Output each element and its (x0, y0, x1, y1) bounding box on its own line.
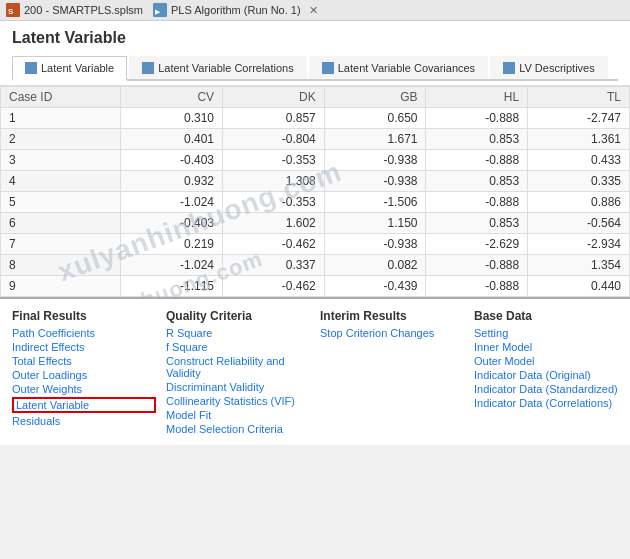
cell-r7-c5: 1.354 (528, 255, 630, 276)
bottom-link-latent-variable[interactable]: Latent Variable (12, 397, 156, 413)
cell-r3-c2: 1.308 (223, 171, 325, 192)
cell-r0-c3: 0.650 (324, 108, 426, 129)
cell-r1-c3: 1.671 (324, 129, 426, 150)
title-text-2: PLS Algorithm (Run No. 1) (171, 4, 301, 16)
cell-r7-c1: -1.024 (121, 255, 223, 276)
cell-r1-c4: 0.853 (426, 129, 528, 150)
bottom-link-setting[interactable]: Setting (474, 327, 618, 339)
quality-criteria-col: Quality Criteria R Squaref SquareConstru… (166, 309, 310, 437)
title-bar-item-1: S 200 - SMARTPLS.splsm (6, 3, 143, 17)
title-text-1: 200 - SMARTPLS.splsm (24, 4, 143, 16)
page-header: Latent Variable Latent Variable Latent V… (0, 21, 630, 86)
bottom-link-inner-model[interactable]: Inner Model (474, 341, 618, 353)
cell-r4-c4: -0.888 (426, 192, 528, 213)
interim-results-col: Interim Results Stop Criterion Changes (320, 309, 464, 437)
bottom-link-f-square[interactable]: f Square (166, 341, 310, 353)
col-header-hl: HL (426, 87, 528, 108)
cell-r8-c2: -0.462 (223, 276, 325, 297)
cell-r0-c2: 0.857 (223, 108, 325, 129)
bottom-link-model-selection-criteria[interactable]: Model Selection Criteria (166, 423, 310, 435)
cell-r0-c0: 1 (1, 108, 121, 129)
cell-r2-c0: 3 (1, 150, 121, 171)
cell-r4-c0: 5 (1, 192, 121, 213)
bottom-link-model-fit[interactable]: Model Fit (166, 409, 310, 421)
bottom-link-r-square[interactable]: R Square (166, 327, 310, 339)
title-bar: S 200 - SMARTPLS.splsm ▶ PLS Algorithm (… (0, 0, 630, 21)
cell-r8-c3: -0.439 (324, 276, 426, 297)
tab-label-2: Latent Variable Covariances (338, 62, 475, 74)
bottom-link-indicator-data-(correlations)[interactable]: Indicator Data (Correlations) (474, 397, 618, 409)
cell-r5-c5: -0.564 (528, 213, 630, 234)
cell-r6-c2: -0.462 (223, 234, 325, 255)
final-results-header: Final Results (12, 309, 156, 323)
cell-r2-c1: -0.403 (121, 150, 223, 171)
bottom-link-construct-reliability-and-validity[interactable]: Construct Reliability and Validity (166, 355, 310, 379)
table-row: 10.3100.8570.650-0.888-2.747 (1, 108, 630, 129)
tab-latent-variable-correlations[interactable]: Latent Variable Correlations (129, 56, 307, 79)
col-header-tl: TL (528, 87, 630, 108)
cell-r0-c1: 0.310 (121, 108, 223, 129)
tabs-row: Latent Variable Latent Variable Correlat… (12, 53, 618, 81)
cell-r1-c5: 1.361 (528, 129, 630, 150)
cell-r5-c2: 1.602 (223, 213, 325, 234)
cell-r7-c3: 0.082 (324, 255, 426, 276)
cell-r3-c1: 0.932 (121, 171, 223, 192)
bottom-link-outer-model[interactable]: Outer Model (474, 355, 618, 367)
title-bar-item-2: ▶ PLS Algorithm (Run No. 1) ✕ (153, 3, 318, 17)
cell-r5-c1: -0.403 (121, 213, 223, 234)
bottom-link-indicator-data-(standardized)[interactable]: Indicator Data (Standardized) (474, 383, 618, 395)
cell-r6-c1: 0.219 (121, 234, 223, 255)
table-row: 5-1.024-0.353-1.506-0.8880.886 (1, 192, 630, 213)
bottom-link-outer-loadings[interactable]: Outer Loadings (12, 369, 156, 381)
cell-r3-c0: 4 (1, 171, 121, 192)
cell-r7-c4: -0.888 (426, 255, 528, 276)
cell-r7-c0: 8 (1, 255, 121, 276)
data-table: Case ID CV DK GB HL TL 10.3100.8570.650-… (0, 86, 630, 297)
col-header-cv: CV (121, 87, 223, 108)
bottom-link-indicator-data-(original)[interactable]: Indicator Data (Original) (474, 369, 618, 381)
tab-latent-variable[interactable]: Latent Variable (12, 56, 127, 81)
table-row: 20.401-0.8041.6710.8531.361 (1, 129, 630, 150)
cell-r3-c5: 0.335 (528, 171, 630, 192)
cell-r0-c5: -2.747 (528, 108, 630, 129)
pls-icon: ▶ (153, 3, 167, 17)
tab-icon-1 (142, 62, 154, 74)
tab-icon-3 (503, 62, 515, 74)
bottom-link-path-coefficients[interactable]: Path Coefficients (12, 327, 156, 339)
tab-latent-variable-covariances[interactable]: Latent Variable Covariances (309, 56, 488, 79)
bottom-link-total-effects[interactable]: Total Effects (12, 355, 156, 367)
table-row: 9-1.115-0.462-0.439-0.8880.440 (1, 276, 630, 297)
tab-label-0: Latent Variable (41, 62, 114, 74)
cell-r7-c2: 0.337 (223, 255, 325, 276)
cell-r5-c4: 0.853 (426, 213, 528, 234)
bottom-link-discriminant-validity[interactable]: Discriminant Validity (166, 381, 310, 393)
cell-r8-c4: -0.888 (426, 276, 528, 297)
svg-text:S: S (8, 7, 14, 16)
tab-label-3: LV Descriptives (519, 62, 595, 74)
bottom-link-outer-weights[interactable]: Outer Weights (12, 383, 156, 395)
cell-r2-c5: 0.433 (528, 150, 630, 171)
cell-r8-c1: -1.115 (121, 276, 223, 297)
cell-r4-c1: -1.024 (121, 192, 223, 213)
cell-r1-c2: -0.804 (223, 129, 325, 150)
cell-r5-c0: 6 (1, 213, 121, 234)
bottom-link-indirect-effects[interactable]: Indirect Effects (12, 341, 156, 353)
base-data-col: Base Data SettingInner ModelOuter ModelI… (474, 309, 618, 437)
bottom-link-stop-criterion-changes[interactable]: Stop Criterion Changes (320, 327, 464, 339)
tab-lv-descriptives[interactable]: LV Descriptives (490, 56, 608, 79)
cell-r3-c4: 0.853 (426, 171, 528, 192)
cell-r6-c4: -2.629 (426, 234, 528, 255)
bottom-link-residuals[interactable]: Residuals (12, 415, 156, 427)
col-header-gb: GB (324, 87, 426, 108)
table-header-row: Case ID CV DK GB HL TL (1, 87, 630, 108)
close-icon[interactable]: ✕ (309, 4, 318, 17)
cell-r1-c1: 0.401 (121, 129, 223, 150)
quality-criteria-header: Quality Criteria (166, 309, 310, 323)
base-data-header: Base Data (474, 309, 618, 323)
tab-label-1: Latent Variable Correlations (158, 62, 294, 74)
table-row: 70.219-0.462-0.938-2.629-2.934 (1, 234, 630, 255)
bottom-link-collinearity-statistics-(vif)[interactable]: Collinearity Statistics (VIF) (166, 395, 310, 407)
cell-r2-c4: -0.888 (426, 150, 528, 171)
cell-r8-c5: 0.440 (528, 276, 630, 297)
tab-icon-2 (322, 62, 334, 74)
